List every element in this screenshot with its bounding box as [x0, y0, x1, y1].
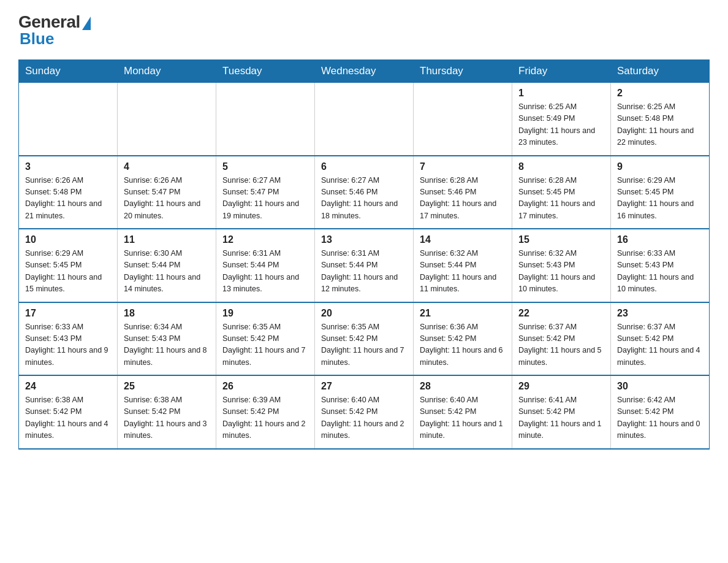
day-number: 8 [518, 161, 604, 172]
weekday-header-friday: Friday [512, 60, 611, 83]
calendar-cell: 26Sunrise: 6:39 AM Sunset: 5:42 PM Dayli… [216, 375, 315, 449]
day-info: Sunrise: 6:40 AM Sunset: 5:42 PM Dayligh… [321, 394, 407, 442]
calendar-cell: 28Sunrise: 6:40 AM Sunset: 5:42 PM Dayli… [414, 375, 512, 449]
calendar-cell: 25Sunrise: 6:38 AM Sunset: 5:42 PM Dayli… [118, 375, 216, 449]
calendar-cell: 27Sunrise: 6:40 AM Sunset: 5:42 PM Dayli… [315, 375, 414, 449]
calendar-cell: 20Sunrise: 6:35 AM Sunset: 5:42 PM Dayli… [315, 302, 414, 376]
calendar-cell: 30Sunrise: 6:42 AM Sunset: 5:42 PM Dayli… [611, 375, 710, 449]
calendar-cell: 1Sunrise: 6:25 AM Sunset: 5:49 PM Daylig… [512, 83, 611, 156]
day-number: 25 [124, 381, 210, 392]
calendar-cell: 11Sunrise: 6:30 AM Sunset: 5:44 PM Dayli… [118, 229, 216, 302]
calendar-cell: 13Sunrise: 6:31 AM Sunset: 5:44 PM Dayli… [315, 229, 414, 302]
day-number: 21 [420, 308, 506, 319]
calendar-cell [414, 83, 512, 156]
calendar-cell: 5Sunrise: 6:27 AM Sunset: 5:47 PM Daylig… [216, 156, 315, 229]
logo: General Blue [18, 12, 91, 48]
day-number: 15 [518, 234, 604, 245]
calendar-cell: 18Sunrise: 6:34 AM Sunset: 5:43 PM Dayli… [118, 302, 216, 376]
day-info: Sunrise: 6:38 AM Sunset: 5:42 PM Dayligh… [124, 394, 210, 442]
day-info: Sunrise: 6:35 AM Sunset: 5:42 PM Dayligh… [222, 321, 308, 369]
day-info: Sunrise: 6:25 AM Sunset: 5:48 PM Dayligh… [617, 101, 703, 149]
day-info: Sunrise: 6:37 AM Sunset: 5:42 PM Dayligh… [617, 321, 703, 369]
calendar-cell: 7Sunrise: 6:28 AM Sunset: 5:46 PM Daylig… [414, 156, 512, 229]
day-number: 16 [617, 234, 703, 245]
day-info: Sunrise: 6:25 AM Sunset: 5:49 PM Dayligh… [518, 101, 604, 149]
logo-triangle-icon [82, 17, 91, 30]
day-number: 11 [124, 234, 210, 245]
calendar-cell: 6Sunrise: 6:27 AM Sunset: 5:46 PM Daylig… [315, 156, 414, 229]
day-number: 26 [222, 381, 308, 392]
week-row-2: 3Sunrise: 6:26 AM Sunset: 5:48 PM Daylig… [19, 156, 710, 229]
calendar-cell: 24Sunrise: 6:38 AM Sunset: 5:42 PM Dayli… [19, 375, 118, 449]
day-number: 6 [321, 161, 407, 172]
calendar-cell: 16Sunrise: 6:33 AM Sunset: 5:43 PM Dayli… [611, 229, 710, 302]
day-info: Sunrise: 6:42 AM Sunset: 5:42 PM Dayligh… [617, 394, 703, 442]
day-number: 28 [420, 381, 506, 392]
calendar-cell: 10Sunrise: 6:29 AM Sunset: 5:45 PM Dayli… [19, 229, 118, 302]
day-number: 24 [25, 381, 111, 392]
calendar-cell: 21Sunrise: 6:36 AM Sunset: 5:42 PM Dayli… [414, 302, 512, 376]
day-number: 17 [25, 308, 111, 319]
calendar-cell: 23Sunrise: 6:37 AM Sunset: 5:42 PM Dayli… [611, 302, 710, 376]
week-row-1: 1Sunrise: 6:25 AM Sunset: 5:49 PM Daylig… [19, 83, 710, 156]
day-info: Sunrise: 6:30 AM Sunset: 5:44 PM Dayligh… [124, 248, 210, 296]
day-info: Sunrise: 6:28 AM Sunset: 5:45 PM Dayligh… [518, 175, 604, 223]
day-number: 29 [518, 381, 604, 392]
calendar-cell: 15Sunrise: 6:32 AM Sunset: 5:43 PM Dayli… [512, 229, 611, 302]
weekday-header-thursday: Thursday [414, 60, 512, 83]
logo-blue-text: Blue [20, 29, 54, 48]
day-info: Sunrise: 6:38 AM Sunset: 5:42 PM Dayligh… [25, 394, 111, 442]
week-row-4: 17Sunrise: 6:33 AM Sunset: 5:43 PM Dayli… [19, 302, 710, 376]
calendar-cell [118, 83, 216, 156]
day-number: 10 [25, 234, 111, 245]
day-info: Sunrise: 6:31 AM Sunset: 5:44 PM Dayligh… [222, 248, 308, 296]
day-number: 12 [222, 234, 308, 245]
calendar-cell: 3Sunrise: 6:26 AM Sunset: 5:48 PM Daylig… [19, 156, 118, 229]
day-number: 5 [222, 161, 308, 172]
day-info: Sunrise: 6:27 AM Sunset: 5:47 PM Dayligh… [222, 175, 308, 223]
calendar-table: SundayMondayTuesdayWednesdayThursdayFrid… [18, 59, 710, 450]
day-info: Sunrise: 6:29 AM Sunset: 5:45 PM Dayligh… [25, 248, 111, 296]
calendar-cell [19, 83, 118, 156]
day-number: 9 [617, 161, 703, 172]
day-number: 19 [222, 308, 308, 319]
calendar-cell: 17Sunrise: 6:33 AM Sunset: 5:43 PM Dayli… [19, 302, 118, 376]
day-number: 23 [617, 308, 703, 319]
day-info: Sunrise: 6:33 AM Sunset: 5:43 PM Dayligh… [617, 248, 703, 296]
day-info: Sunrise: 6:26 AM Sunset: 5:48 PM Dayligh… [25, 175, 111, 223]
calendar-cell: 12Sunrise: 6:31 AM Sunset: 5:44 PM Dayli… [216, 229, 315, 302]
day-number: 20 [321, 308, 407, 319]
week-row-5: 24Sunrise: 6:38 AM Sunset: 5:42 PM Dayli… [19, 375, 710, 449]
week-row-3: 10Sunrise: 6:29 AM Sunset: 5:45 PM Dayli… [19, 229, 710, 302]
day-number: 2 [617, 88, 703, 99]
day-info: Sunrise: 6:27 AM Sunset: 5:46 PM Dayligh… [321, 175, 407, 223]
day-number: 7 [420, 161, 506, 172]
calendar-cell: 2Sunrise: 6:25 AM Sunset: 5:48 PM Daylig… [611, 83, 710, 156]
day-info: Sunrise: 6:31 AM Sunset: 5:44 PM Dayligh… [321, 248, 407, 296]
day-number: 14 [420, 234, 506, 245]
calendar-cell: 8Sunrise: 6:28 AM Sunset: 5:45 PM Daylig… [512, 156, 611, 229]
calendar-cell: 29Sunrise: 6:41 AM Sunset: 5:42 PM Dayli… [512, 375, 611, 449]
calendar-cell: 14Sunrise: 6:32 AM Sunset: 5:44 PM Dayli… [414, 229, 512, 302]
calendar-cell: 4Sunrise: 6:26 AM Sunset: 5:47 PM Daylig… [118, 156, 216, 229]
weekday-header-wednesday: Wednesday [315, 60, 414, 83]
day-info: Sunrise: 6:32 AM Sunset: 5:43 PM Dayligh… [518, 248, 604, 296]
day-info: Sunrise: 6:39 AM Sunset: 5:42 PM Dayligh… [222, 394, 308, 442]
day-info: Sunrise: 6:36 AM Sunset: 5:42 PM Dayligh… [420, 321, 506, 369]
day-number: 4 [124, 161, 210, 172]
day-number: 27 [321, 381, 407, 392]
weekday-header-monday: Monday [118, 60, 216, 83]
weekday-header-row: SundayMondayTuesdayWednesdayThursdayFrid… [19, 60, 710, 83]
calendar-cell: 19Sunrise: 6:35 AM Sunset: 5:42 PM Dayli… [216, 302, 315, 376]
weekday-header-tuesday: Tuesday [216, 60, 315, 83]
day-info: Sunrise: 6:33 AM Sunset: 5:43 PM Dayligh… [25, 321, 111, 369]
day-info: Sunrise: 6:32 AM Sunset: 5:44 PM Dayligh… [420, 248, 506, 296]
calendar-cell: 22Sunrise: 6:37 AM Sunset: 5:42 PM Dayli… [512, 302, 611, 376]
day-number: 30 [617, 381, 703, 392]
day-number: 1 [518, 88, 604, 99]
day-info: Sunrise: 6:40 AM Sunset: 5:42 PM Dayligh… [420, 394, 506, 442]
weekday-header-sunday: Sunday [19, 60, 118, 83]
calendar-cell [216, 83, 315, 156]
day-info: Sunrise: 6:26 AM Sunset: 5:47 PM Dayligh… [124, 175, 210, 223]
weekday-header-saturday: Saturday [611, 60, 710, 83]
